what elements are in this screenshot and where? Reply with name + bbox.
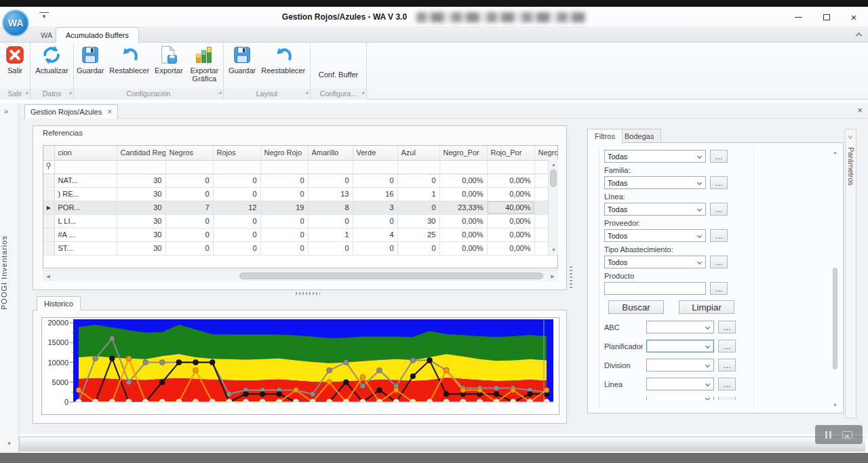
document-tab-close-icon[interactable]: ×	[107, 108, 112, 115]
filter-combo-1[interactable]: Todas	[604, 176, 706, 189]
table-row[interactable]: L LI...3000000300,00%0,00%0,00%	[43, 214, 558, 228]
expand-right-panel-icon[interactable]: >	[846, 136, 854, 140]
producto-input[interactable]	[604, 282, 706, 295]
parametros-dock-panel[interactable]: > Parámetros	[845, 129, 856, 418]
column-header-rojos[interactable]: Rojos	[213, 146, 260, 160]
ellipsis-button[interactable]: ...	[710, 229, 728, 242]
guardar-layout-button[interactable]: Guardar	[226, 43, 258, 87]
filter-combo-abc[interactable]	[646, 321, 714, 334]
table-row[interactable]: #A ...3000014250,00%0,00%0,00%	[43, 228, 558, 241]
filter-combo-3[interactable]: Todos	[604, 229, 706, 242]
auto-filter-row[interactable]	[43, 160, 558, 174]
filters-scrollbar[interactable]: ▲ ▼	[830, 147, 840, 410]
pause-icon[interactable]	[825, 431, 831, 439]
grid-vscroll-thumb[interactable]	[550, 169, 557, 187]
table-row[interactable]: ▶POR...307121983023,33%40,00%63,33%	[43, 201, 558, 214]
column-header-verde[interactable]: Verde	[353, 146, 397, 160]
filter-combo-planificador[interactable]	[646, 340, 714, 353]
filter-cell[interactable]	[353, 160, 397, 174]
ellipsis-button[interactable]: ...	[710, 256, 728, 268]
exportar-button[interactable]: Exportar	[152, 43, 186, 87]
scroll-down-icon[interactable]: ▼	[830, 400, 840, 410]
limpiar-button[interactable]: Limpiar	[679, 300, 734, 314]
table-row[interactable]: ST...300000000,00%0,00%0,00%	[43, 241, 558, 255]
tab-bodegas[interactable]: Bodegas	[617, 129, 661, 143]
ellipsis-button[interactable]: ...	[718, 378, 736, 390]
scroll-up-icon[interactable]: ▲	[549, 159, 559, 169]
minimize-button[interactable]	[785, 7, 811, 27]
filter-cell[interactable]	[117, 160, 165, 174]
close-button[interactable]: ×	[841, 7, 867, 27]
guardar-config-button[interactable]: Guardar	[74, 43, 106, 87]
group-launcher-icon[interactable]: ◢	[305, 87, 308, 98]
filter-combo-0[interactable]: Todas	[604, 150, 706, 163]
filter-combo-2[interactable]: Todas	[604, 203, 706, 216]
column-header-negro-rojo-[interactable]: Negro Rojo...	[534, 146, 558, 160]
scroll-down-icon[interactable]: ▼	[549, 245, 559, 255]
references-grid[interactable]: cionCantidad RegNegrosRojosNegro RojoAma…	[43, 146, 558, 256]
filter-combo-clipped[interactable]	[646, 397, 714, 400]
column-header-cantidad-reg[interactable]: Cantidad Reg	[117, 146, 165, 160]
column-header-rojo-por[interactable]: Rojo_Por	[487, 146, 534, 160]
expand-left-panel-icon[interactable]: »	[4, 107, 8, 115]
filter-cell[interactable]	[308, 160, 353, 174]
filter-combo-linea[interactable]	[646, 378, 714, 390]
ellipsis-button[interactable]: ...	[718, 397, 736, 400]
column-header-negro-rojo[interactable]: Negro Rojo	[260, 146, 308, 160]
actualizar-button[interactable]: Actualizar	[33, 43, 71, 87]
collapse-ribbon-icon[interactable]	[854, 31, 863, 39]
column-header-amarillo[interactable]: Amarillo	[308, 146, 353, 160]
exportar-grafica-button[interactable]: Exportar Gráfica	[186, 43, 223, 87]
group-launcher-icon[interactable]: ◢	[68, 87, 71, 98]
table-row[interactable]: NAT...300000000,00%0,00%0,00%	[43, 174, 558, 187]
ribbon-tab-acumulado-buffers[interactable]: Acumulado Buffers	[56, 27, 139, 43]
filter-cell[interactable]	[165, 160, 213, 174]
historico-chart[interactable]: 05000100001500020000	[42, 318, 559, 414]
left-panel-label[interactable]: POOGI Inventarios	[0, 228, 19, 317]
snapshot-icon[interactable]	[842, 431, 852, 439]
wa-app-logo[interactable]: WA	[2, 9, 29, 37]
grid-hscroll-thumb[interactable]	[239, 273, 543, 279]
ellipsis-button[interactable]: ...	[710, 203, 728, 216]
recording-overlay[interactable]	[815, 425, 863, 444]
document-tab-gestion-rojos-azules[interactable]: Gestion Rojos/Azules ×	[24, 104, 118, 119]
right-panel-label[interactable]: Parámetros	[847, 147, 855, 186]
buscar-button[interactable]: Buscar	[608, 300, 664, 314]
group-launcher-icon[interactable]: ◢	[25, 87, 28, 98]
filter-cell[interactable]	[260, 160, 308, 174]
restore-button[interactable]	[814, 7, 840, 27]
scroll-right-icon[interactable]: ▶	[547, 270, 558, 282]
historico-tab[interactable]: Historico	[37, 296, 81, 310]
ellipsis-button[interactable]: ...	[718, 359, 736, 371]
filters-scroll-thumb[interactable]	[833, 268, 837, 369]
tab-filtros[interactable]: Filtros	[587, 129, 623, 143]
filter-cell[interactable]	[54, 160, 117, 174]
horizontal-splitter-handle[interactable]	[296, 292, 320, 295]
scroll-left-icon[interactable]: ◀	[43, 270, 54, 282]
filter-cell[interactable]	[397, 160, 439, 174]
ellipsis-button[interactable]: ...	[710, 150, 728, 163]
restablecer-button[interactable]: Restablecer	[106, 43, 152, 87]
filter-combo-4[interactable]: Todos	[604, 256, 706, 268]
reestablecer-layout-button[interactable]: Reestablecer	[258, 43, 308, 87]
grid-vertical-scrollbar[interactable]: ▲ ▼	[548, 159, 558, 255]
status-left-cell[interactable]: ▼	[0, 434, 19, 453]
scroll-up-icon[interactable]: ▲	[830, 147, 840, 157]
grid-horizontal-scrollbar[interactable]: ◀ ▶	[43, 270, 558, 281]
group-launcher-icon[interactable]: ◢	[361, 87, 364, 98]
filter-cell[interactable]	[439, 160, 487, 174]
column-header-azul[interactable]: Azul	[397, 146, 439, 160]
table-row[interactable]: ) RE...30000131610,00%0,00%0,00%	[43, 187, 558, 201]
vertical-splitter-handle[interactable]	[570, 266, 572, 289]
document-strip-close-icon[interactable]: ×	[857, 105, 863, 115]
conf-buffer-button[interactable]: Conf. Buffer	[316, 43, 361, 87]
column-header-negro-por[interactable]: Negro_Por	[439, 146, 487, 160]
ellipsis-button[interactable]: ...	[710, 282, 728, 295]
salir-button[interactable]: Salir	[2, 43, 28, 87]
group-launcher-icon[interactable]: ◢	[218, 87, 221, 98]
ellipsis-button[interactable]: ...	[718, 321, 736, 334]
ellipsis-button[interactable]: ...	[710, 176, 728, 189]
filter-cell[interactable]	[213, 160, 260, 174]
column-header-cion[interactable]: cion	[54, 146, 117, 160]
filter-cell[interactable]	[487, 160, 534, 174]
